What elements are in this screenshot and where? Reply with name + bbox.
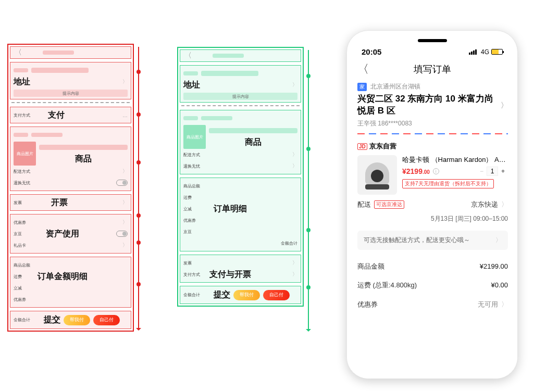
wf-submit-bar: 金额合计 提交 帮我付 自己付 [10,311,131,329]
address-person: 王辛强 186****0083 [357,119,508,128]
flow-line-red [138,47,139,330]
chevron-right-icon: 〉 [501,100,508,110]
chevron-right-icon: 〉 [122,168,128,175]
phone-mockup: 20:05 4G 〈 填写订单 家 北京通州区台湖镇 兴贸二区 32 东南方向 … [346,30,518,379]
address-card[interactable]: 家 北京通州区台湖镇 兴贸二区 32 东南方向 10 米富力尚悦居 B 区 〉 … [357,79,508,133]
flow-line-green [308,50,309,331]
wf-pay-block[interactable]: 支付方式 支付 … [10,107,131,123]
back-button[interactable]: 〈 [357,61,369,77]
jd-badge-icon: JD [357,143,367,150]
self-pay-button[interactable]: 自己付 [263,290,290,300]
self-pay-button[interactable]: 自己付 [93,315,120,325]
product-title: 哈曼卡顿 （Harman Kardon） Aura St... [402,155,508,165]
address-line: 兴贸二区 32 东南方向 10 米富力尚悦居 B 区 〉 [357,93,508,117]
signal-icon [469,49,477,55]
seller-name: JD京东自营 [357,142,508,155]
toggle[interactable] [116,180,128,186]
wf-address-heading: 地址 [14,77,30,87]
status-time: 20:05 [362,47,381,56]
info-icon[interactable]: i [433,168,439,174]
wf-invoice-heading: 开票 [51,197,68,208]
qty-plus[interactable]: + [498,168,508,175]
battery-icon [491,49,503,55]
back-icon[interactable]: 〈 [184,51,192,60]
chevron-right-icon: 〉 [501,200,508,209]
wf-amount-heading: 订单金额明细 [38,271,88,282]
wf-navbar: 〈 [10,46,131,59]
wf-address-block[interactable]: 地址 〉 提示内容 [10,62,131,99]
wf-address-hint: 提示内容 [14,90,128,97]
wf-goods-block[interactable]: 商品图片 商品 配送方式 〉 退换无忧 [10,127,131,191]
wf-amount-block: 商品总额 运费 订单金额明细 立减 优惠券 [10,257,131,308]
title-placeholder [213,54,244,58]
wf-detail-block: 商品总额 运费 立减 订单明细 优惠券 京豆 金额合计 [180,178,301,251]
wf-goods-heading: 商品 [75,154,92,165]
wf-payinvoice-block[interactable]: 发票 〉 支付方式 支付与开票 〉 [180,255,301,283]
product-image-placeholder: 商品图片 [14,142,36,166]
product-row[interactable]: 哈曼卡顿 （Harman Kardon） Aura St... ¥2199.00… [357,155,508,195]
speaker-product-icon [365,160,389,189]
wf-invoice-block[interactable]: 发票 开票 〉 [10,194,131,211]
navbar-title: 填写订单 [414,63,451,75]
title-placeholder [43,50,74,55]
wf-pay-heading: 支付 [48,110,65,121]
amount-shipfee: 运费 (总重:4.800kg) ¥0.00 [357,276,508,295]
product-image [357,155,397,195]
contactless-notice[interactable]: 可选无接触配送方式，配送更安心哦～ 〉 [357,231,508,250]
wf-navbar: 〈 [180,49,301,62]
wf-submit-heading: 提交 [44,314,60,325]
toggle[interactable] [116,231,128,237]
quantity-stepper[interactable]: − + [477,167,508,176]
navbar: 〈 填写订单 [347,59,517,79]
help-pay-button[interactable]: 帮我付 [64,315,90,325]
product-price: ¥2199.00 [402,167,430,175]
phone-speaker-icon [418,39,447,42]
return-policy-badge: 支持7天无理由退货（拆封后不支持） [402,179,494,188]
seller-card: JD京东自营 哈曼卡顿 （Harman Kardon） Aura St... ¥… [357,142,508,313]
pay-row-label: 支付方式 [14,112,30,118]
wf-goods-block[interactable]: 商品图片 商品 配送方式 〉 退换无忧 〉 [180,110,301,174]
status-bar: 20:05 4G [347,45,517,59]
chevron-right-icon: 〉 [501,300,508,309]
shipping-row[interactable]: 配送 可选京准达 京东快递 〉 [357,195,508,214]
address-city: 北京通州区台湖镇 [370,83,420,90]
dashed-separator [181,105,300,107]
dashed-separator [11,102,130,104]
wf-submit-bar: 金额合计 提交 帮我付 自己付 [180,286,301,304]
order-scroll[interactable]: 家 北京通州区台湖镇 兴贸二区 32 东南方向 10 米富力尚悦居 B 区 〉 … [347,79,517,378]
amount-subtotal: 商品金额 ¥2199.00 [357,257,508,276]
shipping-time: 5月13日 [周三] 09:00–15:00 [357,214,508,227]
chevron-right-icon: 〉 [122,78,128,85]
coupon-row[interactable]: 优惠券 无可用 〉 [357,295,508,309]
network-label: 4G [481,48,489,56]
help-pay-button[interactable]: 帮我付 [233,290,260,300]
wireframe-variant-b: 〈 地址 〉 提示内容 商品图片 商品 配送方式 〉 退换无忧 〉 [177,47,304,307]
qty-input[interactable] [487,167,498,176]
wf-asset-block[interactable]: 优惠券 〉 京豆 资产使用 礼品卡 〉 [10,214,131,254]
back-icon[interactable]: 〈 [15,48,22,57]
wf-address-block[interactable]: 地址 〉 提示内容 [180,65,301,103]
chevron-right-icon: 〉 [495,236,502,245]
divider-stripe [357,133,508,134]
wf-asset-heading: 资产使用 [46,229,79,239]
wireframe-variant-a: 〈 地址 〉 提示内容 支付方式 支付 … 商品图片 商品 [7,44,134,332]
shipping-chip: 可选京准达 [374,200,404,209]
address-tag: 家 [357,83,367,91]
qty-minus[interactable]: − [477,168,487,175]
